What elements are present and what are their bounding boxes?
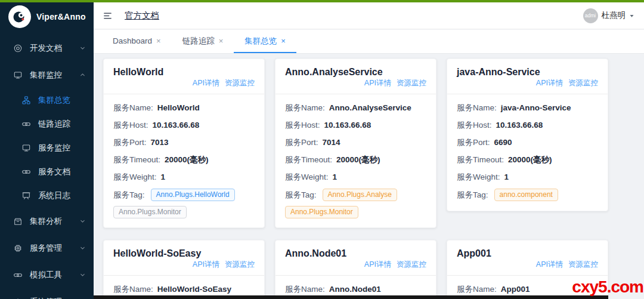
- user-name: 杜燕明: [602, 10, 626, 21]
- field-label: 服务Port:: [285, 138, 318, 147]
- sidebar-item-5[interactable]: 系统管理: [0, 288, 94, 299]
- cluster-icon: [21, 95, 32, 106]
- chain-icon: [21, 119, 32, 130]
- field-label: 服务Weight:: [113, 172, 157, 181]
- tag-label: 服务Tag:: [457, 189, 488, 202]
- field-row: 服务Name:Anno.Node01: [285, 283, 426, 295]
- field-label: 服务Name:: [113, 103, 153, 112]
- header: 官方文档 admi 杜燕明: [94, 2, 644, 29]
- field-row: 服务Name:HelloWorld: [113, 102, 255, 113]
- field-row: 服务Name:Anno.AnalyseService: [285, 102, 426, 113]
- tab-close-icon[interactable]: ×: [281, 36, 286, 45]
- top-green-strip: [0, 0, 644, 2]
- avatar: admi: [583, 8, 598, 23]
- field-value: 7013: [151, 138, 169, 147]
- service-card-0: HelloWorldAPI详情资源监控服务Name:HelloWorld服务Ho…: [103, 58, 265, 228]
- user-dropdown[interactable]: admi 杜燕明: [583, 8, 635, 23]
- sidebar-item-3[interactable]: 服务管理: [0, 235, 94, 261]
- field-value: 6690: [494, 138, 512, 147]
- field-label: 服务Port:: [113, 138, 147, 147]
- sidebar-item-label: 服务管理: [30, 243, 79, 254]
- resource-monitor-link[interactable]: 资源监控: [568, 260, 598, 269]
- field-row: 服务Name:java-Anno-Service: [457, 102, 598, 113]
- card-header: HelloWorldAPI详情资源监控: [104, 59, 264, 94]
- card-links: API详情资源监控: [113, 260, 255, 270]
- sidebar-subitem-label: 集群总览: [38, 95, 86, 106]
- card-header: Anno.Node01API详情资源监控: [275, 241, 436, 276]
- api-detail-link[interactable]: API详情: [536, 260, 563, 269]
- field-label: 服务Name:: [457, 285, 497, 294]
- service-card-3: HelloWorld-SoEasyAPI详情资源监控服务Name:HelloWo…: [103, 240, 265, 299]
- field-row: 服务Port:7013: [113, 137, 255, 148]
- resource-monitor-link[interactable]: 资源监控: [397, 79, 426, 87]
- field-value: 20000(毫秒): [165, 155, 209, 164]
- card-body: 服务Name:Anno.AnalyseService服务Host:10.163.…: [275, 94, 436, 227]
- resource-monitor-link[interactable]: 资源监控: [397, 260, 426, 269]
- field-row: 服务Host:10.163.66.68: [457, 119, 598, 131]
- tab-bar: Dashboard×链路追踪×集群总览×: [94, 30, 644, 54]
- sidebar-subitem-3[interactable]: 服务文档: [0, 160, 94, 184]
- service-card-4: Anno.Node01API详情资源监控服务Name:Anno.Node01服务…: [275, 240, 436, 299]
- resource-monitor-link[interactable]: 资源监控: [568, 79, 598, 87]
- api-detail-link[interactable]: API详情: [364, 79, 391, 87]
- tag-label: 服务Tag:: [113, 189, 145, 202]
- field-row: 服务Port:6690: [457, 137, 598, 148]
- menu-fold-icon[interactable]: [100, 8, 115, 23]
- field-label: 服务Port:: [457, 138, 490, 147]
- field-label: 服务Name:: [285, 103, 325, 112]
- card-body: 服务Name:java-Anno-Service服务Host:10.163.66…: [447, 94, 608, 211]
- field-value: App001: [501, 285, 530, 294]
- card-title: App001: [457, 248, 598, 259]
- api-detail-link[interactable]: API详情: [193, 79, 219, 87]
- brand-logo-row[interactable]: Viper&Anno: [0, 2, 94, 31]
- card-header: HelloWorld-SoEasyAPI详情资源监控: [104, 241, 264, 276]
- tab-close-icon[interactable]: ×: [219, 36, 224, 45]
- api-detail-link[interactable]: API详情: [193, 260, 219, 269]
- sidebar-item-4[interactable]: 模拟工具: [0, 261, 94, 288]
- field-label: 服务Host:: [457, 121, 492, 130]
- tab-2[interactable]: 集群总览×: [234, 30, 296, 53]
- tab-close-icon[interactable]: ×: [156, 36, 161, 45]
- chip-icon: [13, 243, 23, 253]
- field-label: 服务Name:: [285, 285, 325, 294]
- field-value: HelloWorld-SoEasy: [157, 285, 231, 294]
- sidebar-subitem-4[interactable]: 系统日志: [0, 184, 94, 208]
- sidebar-item-0[interactable]: 开发文档: [0, 35, 94, 61]
- card-links: API详情资源监控: [285, 260, 426, 270]
- tag-row: 服务Tag:Anno.Plugs.HelloWorldAnno.Plugs.Mo…: [113, 189, 255, 218]
- tag-row: 服务Tag:Anno.Plugs.AnalyseAnno.Plugs.Monit…: [285, 189, 426, 218]
- sidebar-subitem-2[interactable]: 服务监控: [0, 136, 94, 160]
- official-docs-link[interactable]: 官方文档: [125, 10, 159, 21]
- field-value: 1: [333, 172, 338, 181]
- field-value: 10.163.66.68: [153, 121, 200, 130]
- api-detail-link[interactable]: API详情: [536, 79, 563, 87]
- card-title: HelloWorld-SoEasy: [113, 248, 255, 259]
- field-label: 服务Host:: [285, 121, 320, 130]
- tab-0[interactable]: Dashboard×: [102, 30, 172, 53]
- field-label: 服务Name:: [113, 285, 153, 294]
- resource-monitor-link[interactable]: 资源监控: [225, 79, 255, 87]
- service-card-2: java-Anno-ServiceAPI详情资源监控服务Name:java-An…: [447, 58, 608, 211]
- sidebar-subitem-label: 服务文档: [38, 167, 86, 177]
- sidebar-item-1[interactable]: 集群监控: [0, 61, 94, 88]
- card-title: java-Anno-Service: [457, 67, 598, 78]
- field-label: 服务Name:: [457, 103, 497, 112]
- sidebar-item-2[interactable]: 集群分析: [0, 208, 94, 235]
- box-icon: [13, 216, 23, 226]
- card-links: API详情资源监控: [457, 260, 598, 270]
- field-label: 服务Timeout:: [285, 155, 332, 164]
- card-header: java-Anno-ServiceAPI详情资源监控: [447, 59, 608, 94]
- resource-monitor-link[interactable]: 资源监控: [225, 260, 255, 269]
- chevron-up-icon: [79, 72, 86, 78]
- field-row: 服务Port:7014: [285, 137, 426, 148]
- field-label: 服务Timeout:: [457, 155, 504, 164]
- card-header: App001API详情资源监控: [447, 241, 608, 276]
- sidebar-subitem-label: 服务监控: [38, 143, 86, 153]
- api-detail-link[interactable]: API详情: [364, 260, 391, 269]
- sidebar-subitem-0[interactable]: 集群总览: [0, 88, 94, 112]
- field-row: 服务Name:HelloWorld-SoEasy: [113, 283, 255, 295]
- service-tag-chip: Anno.Plugs.HelloWorld: [151, 189, 235, 201]
- service-tag-chip: Anno.Plugs.Monitor: [285, 206, 358, 218]
- sidebar-subitem-1[interactable]: 链路追踪: [0, 112, 94, 136]
- tab-1[interactable]: 链路追踪×: [172, 30, 234, 53]
